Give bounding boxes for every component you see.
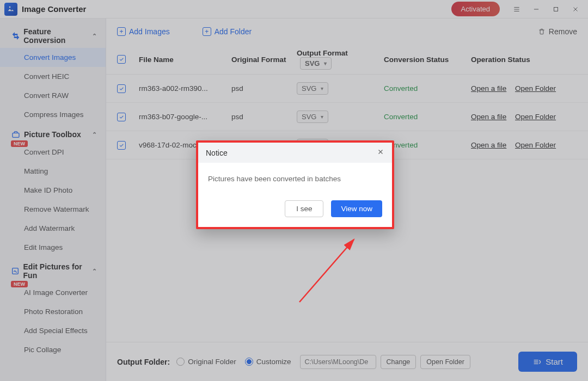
radio-customize[interactable]: Customize [245,358,291,366]
view-now-button[interactable]: View now [331,200,382,217]
sidebar-item-make-id-photo[interactable]: Make ID Photo [0,181,106,200]
menu-button[interactable] [509,2,525,17]
output-folder-label: Output Folder: [117,358,170,366]
sidebar-group-label: Picture Toolbox [24,130,81,139]
sidebar: Feature Conversion ⌃ Convert Images Conv… [0,19,106,381]
col-conversion-status: Conversion Status [384,56,471,64]
output-format-select[interactable]: SVG▾ [297,82,328,95]
footer-bar: Output Folder: Original Folder Customize… [106,342,588,381]
table-row: rm363-a002-rm390... psd SVG▾ Converted O… [106,75,588,103]
cell-original-format: psd [231,113,297,121]
trash-icon [538,28,546,35]
table-row: rm363-b07-google-... psd SVG▾ Converted … [106,103,588,131]
col-operation-status: Operation Status [471,56,577,64]
radio-original-folder[interactable]: Original Folder [176,358,236,366]
select-all-checkbox[interactable] [117,55,126,64]
row-checkbox[interactable] [117,84,126,93]
i-see-button[interactable]: I see [285,200,323,217]
sidebar-item-convert-raw[interactable]: Convert RAW [0,86,106,105]
col-output-format: Output Format SVG▾ [297,49,384,70]
svg-rect-2 [13,133,19,137]
sidebar-item-matting[interactable]: Matting [0,162,106,181]
cell-conversion-status: Converted [384,113,471,121]
maximize-button[interactable] [548,2,564,17]
start-icon [532,358,541,366]
plus-icon: + [117,27,126,36]
svg-rect-1 [554,7,558,11]
radio-icon [176,358,185,366]
open-file-link[interactable]: Open a file [471,141,506,149]
app-window: Image Converter Activated Feature Conver… [0,0,588,381]
output-format-select[interactable]: SVG▾ [297,110,328,123]
notice-modal: Notice Pictures have been converted in b… [196,140,394,229]
toolbar: + Add Images + Add Folder Remove [106,19,588,45]
sidebar-item-pic-collage[interactable]: Pic Collage [0,340,106,359]
table-header: File Name Original Format Output Format … [106,45,588,75]
sidebar-group-label: Edit Pictures for Fun [23,262,92,280]
row-checkbox[interactable] [117,141,126,150]
sidebar-item-edit-images[interactable]: Edit Images [0,238,106,257]
close-icon [377,148,384,156]
output-path-input[interactable] [300,355,376,369]
chevron-down-icon: ▾ [321,85,323,91]
chevron-down-icon: ▾ [321,114,323,120]
app-logo-icon [4,3,17,16]
chevron-up-icon: ⌃ [92,33,97,40]
cell-file-name: rm363-b07-google-... [139,113,231,121]
cell-conversion-status: Converted [384,84,471,93]
radio-checked-icon [245,358,253,366]
sidebar-item-add-watermark[interactable]: Add Watermark [0,219,106,238]
add-folder-button[interactable]: + Add Folder [203,27,252,36]
modal-body: Pictures have been converted in batches [198,163,392,195]
sidebar-group-label: Feature Conversion [23,27,92,45]
activated-badge: Activated [451,2,500,16]
minimize-button[interactable] [528,2,544,17]
start-button[interactable]: Start [518,352,577,372]
open-file-link[interactable]: Open a file [471,113,506,121]
sidebar-item-compress-images[interactable]: Compress Images [0,105,106,124]
title-bar: Image Converter Activated [0,0,588,19]
open-folder-link[interactable]: Open Folder [515,141,556,149]
cell-file-name: rm363-a002-rm390... [139,84,231,93]
chevron-down-icon: ▾ [324,60,327,66]
convert-icon [11,31,20,41]
modal-title: Notice [206,149,228,157]
open-output-folder-button[interactable]: Open Folder [420,355,470,369]
chevron-up-icon: ⌃ [92,131,97,138]
chevron-up-icon: ⌃ [92,268,97,275]
fun-icon [11,266,20,276]
cell-original-format: psd [231,84,297,93]
add-images-button[interactable]: + Add Images [117,27,170,36]
close-button[interactable] [567,2,584,17]
sidebar-item-convert-dpi[interactable]: Convert DPI [0,143,106,162]
change-button[interactable]: Change [381,355,416,369]
open-folder-link[interactable]: Open Folder [515,113,556,121]
modal-close-button[interactable] [377,148,384,157]
sidebar-item-ai-image-converter[interactable]: AI Image Converter [0,283,106,302]
sidebar-item-remove-watermark[interactable]: Remove Watermark [0,200,106,219]
sidebar-group-picture-toolbox[interactable]: Picture Toolbox ⌃ [0,124,106,143]
sidebar-item-photo-restoration[interactable]: Photo Restoration [0,302,106,321]
svg-point-0 [9,6,11,8]
open-file-link[interactable]: Open a file [471,84,506,93]
sidebar-item-convert-images[interactable]: Convert Images [0,48,106,67]
modal-header: Notice [198,143,392,163]
col-file-name: File Name [139,56,231,64]
row-checkbox[interactable] [117,113,126,121]
sidebar-item-add-special-effects[interactable]: Add Special Effects [0,321,106,340]
cell-conversion-status: Converted [384,141,471,149]
modal-footer: I see View now [198,195,392,227]
sidebar-group-feature-conversion[interactable]: Feature Conversion ⌃ [0,22,106,48]
col-original-format: Original Format [231,56,297,64]
plus-icon: + [203,27,211,36]
remove-button[interactable]: Remove [538,27,577,36]
toolbox-icon [11,130,21,139]
sidebar-item-convert-heic[interactable]: Convert HEIC [0,67,106,86]
output-format-select-all[interactable]: SVG▾ [300,57,332,70]
app-title: Image Converter [22,4,86,14]
open-folder-link[interactable]: Open Folder [515,84,556,93]
sidebar-group-edit-pictures-fun[interactable]: Edit Pictures for Fun ⌃ [0,257,106,283]
